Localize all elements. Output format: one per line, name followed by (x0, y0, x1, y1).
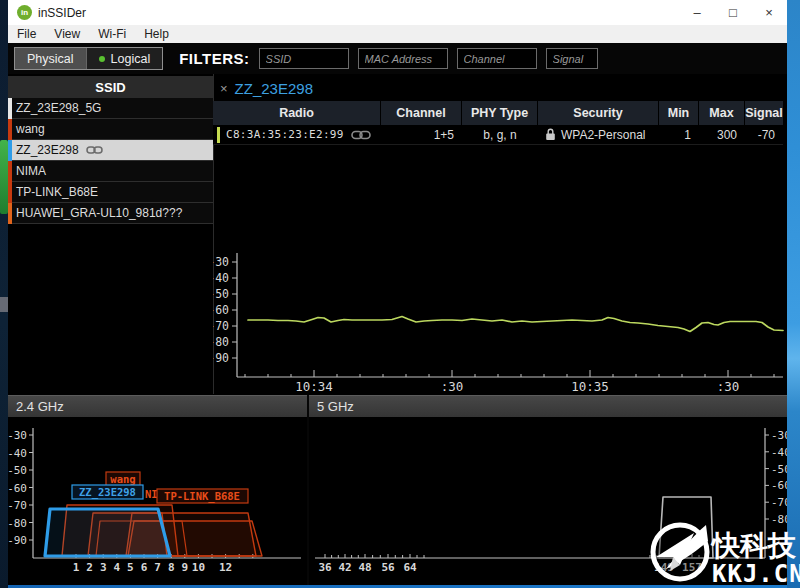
ssid-filter-input[interactable] (259, 48, 349, 69)
cell-min: 1 (659, 125, 699, 144)
app-icon: in (17, 5, 32, 20)
col-channel[interactable]: Channel (381, 101, 462, 125)
label-tplink: TP-LINK_B68E (164, 490, 240, 503)
svg-text:8: 8 (168, 561, 175, 574)
kkj-watermark: 快科技 KKJ.CN (640, 513, 800, 588)
detail-tab[interactable]: × ZZ_23E298 (213, 77, 783, 99)
svg-text:-50: -50 (8, 464, 27, 477)
ytick: -80 (213, 335, 229, 349)
network-label: wang (16, 122, 45, 136)
radio-mac: C8:3A:35:23:E2:99 (226, 128, 344, 141)
ytick: -70 (213, 319, 229, 333)
network-color-bar (8, 161, 12, 182)
tab-title: ZZ_23E298 (235, 80, 313, 97)
network-color-bar (8, 182, 12, 203)
panel-header-24ghz[interactable]: 2.4 GHz (8, 395, 307, 417)
svg-text:-40: -40 (771, 446, 787, 459)
ytick: -30 (213, 255, 229, 269)
label-wang: wang (110, 473, 135, 485)
menu-wifi[interactable]: Wi-Fi (89, 27, 135, 41)
watermark-text-cn: 快科技 (710, 529, 796, 562)
col-max[interactable]: Max (699, 101, 745, 125)
network-row-zz-23e298[interactable]: ZZ_23E298 (8, 140, 213, 161)
network-label: HUAWEI_GRA-UL10_981d??? (16, 206, 182, 220)
network-row-tp-link[interactable]: TP-LINK_B68E (8, 182, 213, 203)
network-color-bar (8, 98, 12, 119)
svg-text:12: 12 (219, 561, 232, 574)
minimize-button[interactable]: – (679, 0, 715, 25)
svg-text:-80: -80 (8, 517, 27, 530)
ytick: -60 (213, 303, 229, 317)
menu-help[interactable]: Help (135, 27, 178, 41)
network-label: ZZ_23E298 (16, 143, 79, 157)
network-color-bar (8, 203, 12, 224)
svg-text:9: 9 (181, 561, 188, 574)
svg-text:-30: -30 (771, 429, 787, 442)
menu-view[interactable]: View (45, 27, 89, 41)
radio-table-row[interactable]: C8:3A:35:23:E2:99 1+5 b, g, n WPA2-Perso… (213, 125, 783, 145)
svg-text:-90: -90 (8, 534, 27, 547)
channel-filter-input[interactable] (457, 48, 537, 69)
svg-text:5: 5 (127, 561, 134, 574)
cell-max: 300 (699, 125, 745, 144)
col-phy-type[interactable]: PHY Type (462, 101, 538, 125)
tab-close-icon[interactable]: × (220, 81, 228, 96)
col-min[interactable]: Min (659, 101, 699, 125)
svg-text:-30: -30 (8, 429, 27, 442)
physical-button[interactable]: Physical (15, 48, 86, 69)
network-row-wang[interactable]: wang (8, 119, 213, 140)
maximize-button[interactable]: □ (715, 0, 751, 25)
cell-channel: 1+5 (381, 125, 462, 144)
svg-text:56: 56 (381, 561, 395, 574)
svg-text:1: 1 (73, 561, 80, 574)
network-label: ZZ_23E298_5G (16, 101, 101, 115)
curve-zz-23e298 (45, 509, 170, 556)
panel-header-5ghz[interactable]: 5 GHz (309, 395, 787, 417)
screen: in inSSIDer – □ × File View Wi-Fi Help P… (0, 0, 800, 588)
svg-text:36: 36 (318, 561, 332, 574)
label-zz-23e298: ZZ_23E298 (79, 486, 136, 499)
channel-chart-24ghz: -30 -40 -50 -60 -70 -80 -90 1 2 3 4 5 6 … (8, 417, 307, 585)
network-row-nima[interactable]: NIMA (8, 161, 213, 182)
menu-bar: File View Wi-Fi Help (8, 25, 787, 43)
title-bar: in inSSIDer – □ × (8, 0, 787, 25)
network-label: NIMA (16, 164, 46, 178)
xtick-time: 10:34 (295, 379, 333, 394)
window-title: inSSIDer (38, 6, 86, 20)
ytick: -90 (213, 351, 229, 365)
menu-file[interactable]: File (8, 27, 45, 41)
col-signal[interactable]: Signal (745, 101, 783, 125)
xtick-time: :30 (441, 379, 464, 394)
col-security[interactable]: Security (538, 101, 659, 125)
svg-text:-60: -60 (8, 482, 27, 495)
view-mode-toggle: Physical Logical (14, 47, 163, 70)
ytick: -50 (213, 287, 229, 301)
logical-button[interactable]: Logical (86, 48, 163, 69)
network-row-zz-23e298-5g[interactable]: ZZ_23E298_5G (8, 98, 213, 119)
cell-security: WPA2-Personal (561, 128, 645, 142)
desktop-icon-fragment-2 (0, 297, 8, 312)
network-label: TP-LINK_B68E (16, 185, 98, 199)
svg-text:-50: -50 (771, 463, 787, 476)
desktop-edge-right (787, 0, 800, 588)
radio-table-header: Radio Channel PHY Type Security Min Max … (213, 101, 783, 125)
network-row-huawei[interactable]: HUAWEI_GRA-UL10_981d??? (8, 203, 213, 224)
mac-filter-input[interactable] (358, 48, 448, 69)
col-radio[interactable]: Radio (213, 101, 381, 125)
signal-line-zz-23e298 (248, 317, 783, 332)
svg-text:4: 4 (113, 561, 120, 574)
desktop-icon-fragment (0, 140, 8, 214)
filters-label: FILTERS: (179, 50, 249, 67)
signal-filter-input[interactable] (546, 48, 598, 69)
radio-color-bar (217, 127, 220, 143)
svg-text:64: 64 (403, 561, 417, 574)
svg-text:7: 7 (154, 561, 161, 574)
logical-label: Logical (111, 52, 151, 66)
desktop-edge-left (0, 0, 8, 588)
svg-text:-60: -60 (771, 479, 787, 492)
ssid-column-header[interactable]: SSID (8, 76, 213, 98)
close-button[interactable]: × (751, 0, 787, 25)
svg-text:-70: -70 (771, 496, 787, 509)
cell-signal: -70 (745, 125, 783, 144)
lock-icon (545, 128, 556, 141)
